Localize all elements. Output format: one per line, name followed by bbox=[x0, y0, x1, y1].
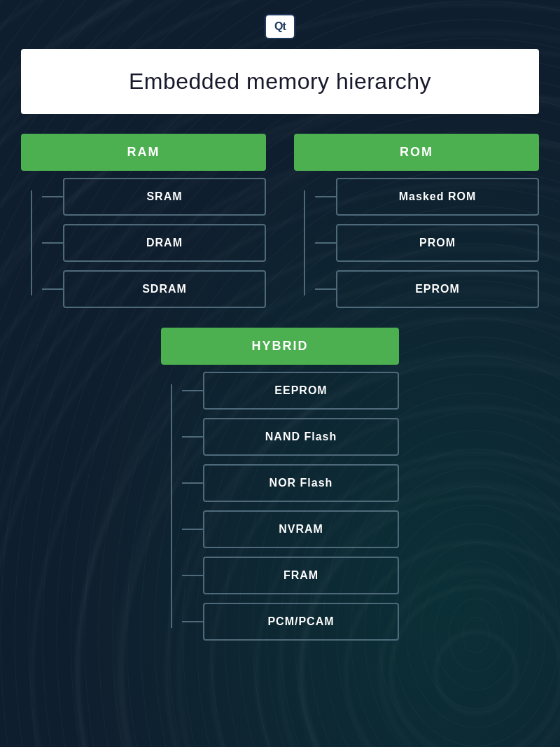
tick bbox=[182, 621, 203, 622]
tick bbox=[315, 288, 336, 290]
page-title: Embedded memory hierarchy bbox=[35, 69, 525, 95]
tick bbox=[315, 196, 336, 197]
top-columns: RAM SRAM DRAM SDRAM bbox=[21, 134, 539, 308]
masked-rom-box: Masked ROM bbox=[336, 178, 539, 216]
list-item: SDRAM bbox=[42, 270, 266, 308]
tick bbox=[182, 529, 203, 530]
dram-box: DRAM bbox=[63, 224, 266, 262]
eeprom-box: EEPROM bbox=[203, 372, 399, 410]
nvram-box: NVRAM bbox=[203, 510, 399, 548]
list-item: FRAM bbox=[182, 557, 399, 594]
hybrid-tree: EEPROM NAND Flash NOR Flash NVRAM FRAM bbox=[161, 372, 399, 641]
list-item: EPROM bbox=[315, 270, 539, 308]
tick bbox=[42, 242, 63, 244]
sram-box: SRAM bbox=[63, 178, 266, 216]
fram-box: FRAM bbox=[203, 557, 399, 594]
list-item: PCM/PCAM bbox=[182, 603, 399, 641]
rom-items: Masked ROM PROM EPROM bbox=[315, 178, 539, 308]
tick bbox=[315, 242, 336, 244]
tick bbox=[182, 575, 203, 576]
prom-box: PROM bbox=[336, 224, 539, 262]
ram-header: RAM bbox=[21, 134, 266, 171]
ram-connector bbox=[21, 178, 42, 308]
ram-items: SRAM DRAM SDRAM bbox=[42, 178, 266, 308]
list-item: NVRAM bbox=[182, 510, 399, 548]
list-item: NOR Flash bbox=[182, 464, 399, 502]
hybrid-section: HYBRID EEPROM NAND Flash NOR Flash bbox=[21, 328, 539, 641]
title-box: Embedded memory hierarchy bbox=[21, 49, 539, 114]
list-item: SRAM bbox=[42, 178, 266, 216]
tick bbox=[182, 482, 203, 484]
hybrid-header-wrap: HYBRID bbox=[161, 328, 399, 365]
hybrid-header: HYBRID bbox=[161, 328, 399, 365]
qt-logo: Qt bbox=[265, 14, 295, 39]
hybrid-connector bbox=[161, 372, 182, 641]
list-item: EEPROM bbox=[182, 372, 399, 410]
sdram-box: SDRAM bbox=[63, 270, 266, 308]
rom-column: ROM Masked ROM PROM EPROM bbox=[294, 134, 539, 308]
pcm-pcam-box: PCM/PCAM bbox=[203, 603, 399, 641]
list-item: DRAM bbox=[42, 224, 266, 262]
tick bbox=[42, 196, 63, 197]
ram-tree: SRAM DRAM SDRAM bbox=[21, 178, 266, 308]
nor-flash-box: NOR Flash bbox=[203, 464, 399, 502]
tick bbox=[42, 288, 63, 290]
list-item: Masked ROM bbox=[315, 178, 539, 216]
nand-flash-box: NAND Flash bbox=[203, 418, 399, 456]
tick bbox=[182, 436, 203, 438]
rom-connector bbox=[294, 178, 315, 308]
page-content: Qt Embedded memory hierarchy RAM SRAM DR… bbox=[0, 0, 560, 662]
list-item: PROM bbox=[315, 224, 539, 262]
rom-header: ROM bbox=[294, 134, 539, 171]
list-item: NAND Flash bbox=[182, 418, 399, 456]
tick bbox=[182, 390, 203, 391]
rom-tree: Masked ROM PROM EPROM bbox=[294, 178, 539, 308]
eprom-box: EPROM bbox=[336, 270, 539, 308]
ram-column: RAM SRAM DRAM SDRAM bbox=[21, 134, 266, 308]
hybrid-items: EEPROM NAND Flash NOR Flash NVRAM FRAM bbox=[182, 372, 399, 641]
